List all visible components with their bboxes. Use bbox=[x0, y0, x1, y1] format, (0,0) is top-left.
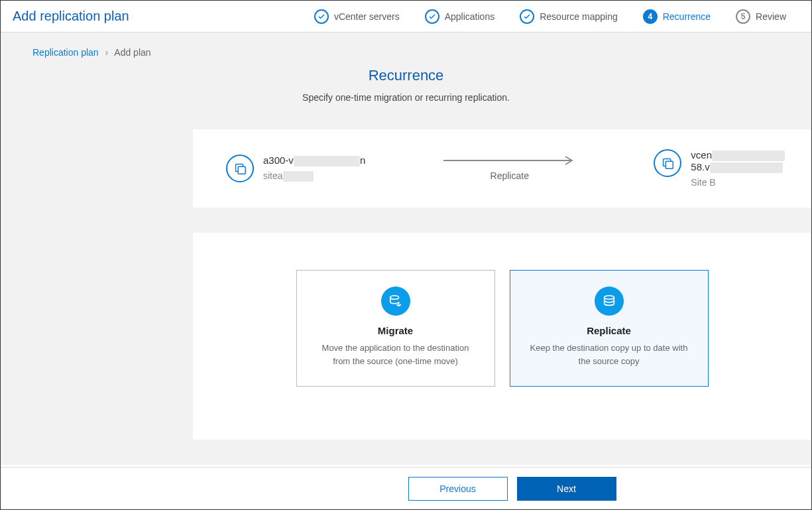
breadcrumb-current: Add plan bbox=[114, 47, 150, 58]
source-site: a300-vn sitea bbox=[226, 155, 365, 182]
migrate-icon bbox=[381, 287, 410, 316]
check-icon bbox=[314, 9, 329, 24]
svg-point-6 bbox=[604, 296, 614, 300]
step-label: Resource mapping bbox=[540, 11, 618, 22]
next-button[interactable]: Next bbox=[517, 477, 616, 501]
destination-site-name: vcen 58.v bbox=[691, 149, 785, 173]
step-number-icon: 5 bbox=[736, 9, 750, 24]
source-site-sub: sitea bbox=[263, 170, 365, 182]
sites-card: a300-vn sitea Replicate bbox=[193, 129, 811, 208]
svg-point-5 bbox=[390, 296, 398, 300]
arrow-right-icon bbox=[443, 156, 576, 165]
redacted-text bbox=[712, 151, 785, 161]
redacted-text bbox=[294, 156, 360, 166]
destination-site: vcen 58.v Site B bbox=[654, 149, 785, 188]
arrow-label: Replicate bbox=[491, 170, 529, 181]
option-title: Migrate bbox=[313, 325, 479, 336]
option-title: Replicate bbox=[526, 325, 692, 336]
step-review[interactable]: 5 Review bbox=[736, 9, 786, 24]
step-label: Applications bbox=[445, 11, 495, 22]
step-vcenter-servers[interactable]: vCenter servers bbox=[314, 9, 400, 24]
replicate-arrow: Replicate bbox=[443, 156, 576, 181]
redacted-text bbox=[710, 162, 783, 173]
section-subtitle: Specify one-time migration or recurring … bbox=[1, 92, 811, 103]
replicate-icon bbox=[595, 287, 624, 316]
check-icon bbox=[520, 9, 534, 24]
check-icon bbox=[425, 9, 439, 24]
option-migrate[interactable]: Migrate Move the application to the dest… bbox=[296, 270, 495, 387]
wizard-stepper: vCenter servers Applications Resource ma… bbox=[314, 9, 799, 24]
svg-rect-4 bbox=[666, 161, 673, 168]
server-icon bbox=[654, 149, 681, 177]
breadcrumb-root-link[interactable]: Replication plan bbox=[32, 47, 99, 58]
breadcrumb: Replication plan › Add plan bbox=[1, 32, 811, 64]
previous-button[interactable]: Previous bbox=[408, 477, 508, 501]
option-description: Move the application to the destination … bbox=[313, 342, 479, 367]
redacted-text bbox=[283, 171, 314, 182]
destination-site-sub: Site B bbox=[691, 177, 785, 188]
step-label: Recurrence bbox=[663, 11, 711, 22]
svg-rect-1 bbox=[238, 166, 245, 174]
source-site-name: a300-vn bbox=[263, 155, 365, 166]
chevron-right-icon: › bbox=[105, 47, 109, 58]
section-title: Recurrence bbox=[1, 67, 811, 84]
step-resource-mapping[interactable]: Resource mapping bbox=[520, 9, 618, 24]
options-card: Migrate Move the application to the dest… bbox=[193, 233, 811, 440]
page-title: Add replication plan bbox=[13, 9, 129, 24]
content-area: Replication plan › Add plan Recurrence S… bbox=[1, 32, 811, 465]
step-label: Review bbox=[756, 11, 786, 22]
step-recurrence[interactable]: 4 Recurrence bbox=[643, 9, 711, 24]
step-label: vCenter servers bbox=[334, 11, 400, 22]
step-number-icon: 4 bbox=[643, 9, 658, 24]
header: Add replication plan vCenter servers App… bbox=[1, 1, 811, 32]
step-applications[interactable]: Applications bbox=[425, 9, 495, 24]
option-description: Keep the destination copy up to date wit… bbox=[526, 342, 692, 367]
footer: Previous Next bbox=[1, 467, 811, 509]
option-replicate[interactable]: Replicate Keep the destination copy up t… bbox=[510, 270, 709, 387]
server-icon bbox=[226, 155, 254, 182]
